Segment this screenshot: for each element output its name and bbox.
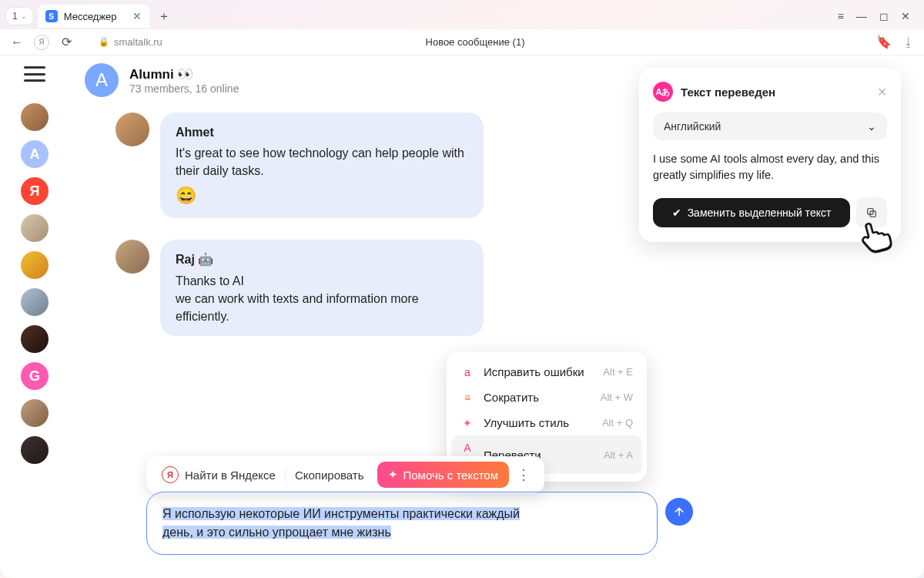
send-button[interactable] [665,498,693,526]
chevron-down-icon: ⌄ [21,12,27,20]
sidebar-avatar-1[interactable]: A [21,140,49,168]
sidebar-avatar-3[interactable] [21,214,49,242]
copy-icon [865,207,878,219]
sidebar-avatar-4[interactable] [21,251,49,279]
context-menu-shortcut: Alt + A [604,449,633,461]
context-menu-label: Исправить ошибки [484,365,594,378]
context-menu-icon: a [460,366,474,378]
page-title: Новое сообщение (1) [426,36,525,48]
context-menu-icon: ≡ [460,391,474,404]
sidebar-avatar-5[interactable] [21,288,49,316]
context-menu-shortcut: Alt + E [603,366,633,378]
menu-button[interactable] [24,66,45,82]
context-menu-shortcut: Alt + W [601,391,633,403]
window-minimize-icon[interactable]: — [856,10,867,22]
window-controls: ≡ — ◻ ✕ [838,10,918,22]
search-yandex-button[interactable]: Я Найти в Яндексе [152,462,285,488]
group-subtitle: 73 members, 16 online [129,82,239,95]
window-close-icon[interactable]: ✕ [901,10,910,22]
selected-text-line2: день, и это сильно упрощает мне жизнь [162,526,391,539]
url-display: 🔒 smaltalk.ru [99,36,162,48]
replace-label: Заменить выделенный текст [688,207,832,219]
messenger-app: AЯG А Alumni 👀 73 members, 16 online Ahm… [0,55,924,578]
close-panel-button[interactable]: ✕ [877,85,887,99]
copy-translation-button[interactable] [856,197,887,228]
selection-toolbar: Я Найти в Яндексе Скопировать ✦ Помочь с… [146,456,544,493]
message-avatar[interactable] [116,240,149,274]
browser-tab-active[interactable]: S Месседжер ✕ [38,5,149,28]
sidebar-avatar-2[interactable]: Я [21,177,49,205]
message-input[interactable]: Я использую некоторые ИИ инструменты пра… [146,492,658,555]
tab-title: Месседжер [64,11,117,22]
nav-back-button[interactable]: ← [9,35,25,49]
replace-text-button[interactable]: ✔ Заменить выделенный текст [653,198,850,227]
help-with-text-button[interactable]: ✦ Помочь с текстом [377,462,509,488]
browser-menu-icon[interactable]: ≡ [838,10,844,22]
message-bubble: AhmetIt's great to see how technology ca… [160,113,484,218]
reload-button[interactable]: ⟳ [59,35,74,49]
new-tab-button[interactable]: ＋ [154,6,174,26]
message-bubble: Raj 🤖Thanks to AIwe can work with texts … [160,240,484,336]
check-circle-icon: ✔ [672,207,681,219]
help-label: Помочь с текстом [403,469,498,482]
address-field[interactable]: 🔒 smaltalk.ru Новое сообщение (1) [83,36,867,48]
translation-body: I use some AI tools almost every day, an… [653,151,887,183]
compose-area: Я использую некоторые ИИ инструменты пра… [146,492,693,555]
context-menu-item[interactable]: ✦Улучшить стильAlt + Q [451,410,642,435]
translation-panel: Aあ Текст переведен ✕ Английский ⌄ I use … [639,68,901,242]
search-yandex-label: Найти в Яндексе [185,469,276,482]
window-maximize-icon[interactable]: ◻ [879,10,889,22]
chevron-down-icon: ⌄ [867,120,876,133]
tab-favicon-icon: S [45,10,58,22]
group-name[interactable]: Alumni 👀 [129,66,239,82]
message-sender: Raj 🤖 [176,250,468,268]
browser-tab-strip: 1 ⌄ S Месседжер ✕ ＋ ≡ — ◻ ✕ [0,0,924,29]
message-text: It's great to see how technology can hel… [176,144,468,180]
copy-label: Скопировать [295,469,364,482]
context-menu-icon: ✦ [460,417,474,429]
sidebar-avatar-9[interactable] [21,436,49,464]
translate-badge-icon: Aあ [653,82,673,102]
sparkle-icon: ✦ [388,468,398,482]
sidebar-avatar-6[interactable] [21,325,49,353]
copy-button[interactable]: Скопировать [285,464,373,486]
sidebar-avatar-8[interactable] [21,399,49,427]
yandex-logo-icon: Я [162,466,179,483]
message-text: Thanks to AI [176,272,468,290]
arrow-up-icon [673,506,685,518]
bookmark-icon[interactable]: 🔖 [876,35,892,49]
more-options-button[interactable]: ⋮ [509,462,538,488]
group-avatar[interactable]: А [85,63,119,97]
chat-area: А Alumni 👀 73 members, 16 online AhmetIt… [69,55,924,578]
message-emoji: 😄 [176,183,468,208]
translation-title: Текст переведен [681,86,869,99]
context-menu-label: Сократить [484,391,591,404]
context-menu-label: Улучшить стиль [484,416,593,429]
selected-text-line1: Я использую некоторые ИИ инструменты пра… [162,507,520,520]
lock-icon: 🔒 [99,37,109,47]
message-row: Raj 🤖Thanks to AIwe can work with texts … [116,240,909,336]
tab-count-value: 1 [12,11,18,22]
sidebar-avatar-0[interactable] [21,103,49,131]
url-host: smaltalk.ru [114,36,162,48]
close-tab-icon[interactable]: ✕ [132,10,142,22]
language-select[interactable]: Английский ⌄ [653,113,887,140]
message-sender: Ahmet [176,123,468,141]
context-menu-shortcut: Alt + Q [602,417,633,428]
address-bar: ← Я ⟳ 🔒 smaltalk.ru Новое сообщение (1) … [0,29,924,55]
sidebar: AЯG [0,55,69,578]
context-menu-item[interactable]: aИсправить ошибкиAlt + E [451,359,642,385]
sidebar-avatar-7[interactable]: G [21,362,49,390]
context-menu-item[interactable]: ≡СократитьAlt + W [451,385,642,410]
language-value: Английский [664,120,721,133]
downloads-icon[interactable]: ⭳ [902,35,915,49]
yandex-home-icon[interactable]: Я [34,35,49,50]
tab-counter[interactable]: 1 ⌄ [6,8,33,25]
message-text: we can work with texts and information m… [176,290,468,325]
message-avatar[interactable] [116,113,149,146]
